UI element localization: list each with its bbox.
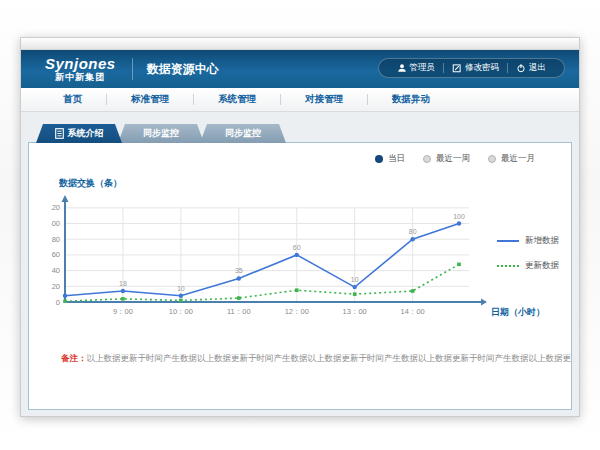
nav-item-interface-mgmt[interactable]: 对接管理 xyxy=(281,93,367,106)
svg-text:60: 60 xyxy=(293,244,301,251)
company-logo: Synjones 新中新集团 xyxy=(45,56,116,82)
chart-legend: 新增数据 更新数据 xyxy=(497,235,559,272)
svg-text:80: 80 xyxy=(52,235,60,244)
svg-text:60: 60 xyxy=(52,250,60,259)
svg-text:11：00: 11：00 xyxy=(227,307,251,316)
current-user[interactable]: 管理员 xyxy=(389,62,444,74)
range-filter-group: 当日 最近一周 最近一月 xyxy=(375,153,535,165)
document-icon xyxy=(55,128,64,139)
svg-text:10: 10 xyxy=(351,276,359,283)
svg-text:日期（小时）: 日期（小时） xyxy=(491,307,545,317)
svg-text:9：00: 9：00 xyxy=(113,307,133,316)
svg-text:12：00: 12：00 xyxy=(285,307,309,316)
svg-text:18: 18 xyxy=(119,280,127,287)
svg-text:10：00: 10：00 xyxy=(169,307,193,316)
user-toolbar: 管理员 修改密码 退出 xyxy=(378,58,566,78)
window-chrome-strip xyxy=(21,38,579,50)
radio-label: 最近一月 xyxy=(501,153,535,165)
footnote-prefix: 备注： xyxy=(61,353,87,363)
legend-line-dotted xyxy=(497,265,519,267)
logout-label: 退出 xyxy=(529,62,546,74)
logo-cn: 新中新集团 xyxy=(55,73,105,82)
svg-text:20: 20 xyxy=(52,282,60,291)
footnote: 备注：以上数据更新于时间产生数据以上数据更新于时间产生数据以上数据更新于时间产生… xyxy=(29,353,571,365)
svg-text:35: 35 xyxy=(235,267,243,274)
radio-label: 当日 xyxy=(388,153,405,165)
chart-panel: 当日 最近一周 最近一月 数据交换（条） 0204060801001209：00… xyxy=(28,142,572,410)
tab-bar: 系统介绍 同步监控 同步监控 xyxy=(36,124,572,143)
svg-text:100: 100 xyxy=(51,219,60,228)
svg-text:120: 120 xyxy=(51,203,60,212)
footnote-text: 以上数据更新于时间产生数据以上数据更新于时间产生数据以上数据更新于时间产生数据以… xyxy=(87,353,572,363)
legend-item-new-data: 新增数据 xyxy=(497,235,559,247)
legend-label: 更新数据 xyxy=(525,260,559,272)
svg-text:40: 40 xyxy=(52,266,60,275)
tab-sync-monitor-1[interactable]: 同步监控 xyxy=(118,124,204,143)
nav-item-system-mgmt[interactable]: 系统管理 xyxy=(194,93,280,106)
change-password-button[interactable]: 修改密码 xyxy=(444,62,507,74)
app-window: Synjones 新中新集团 数据资源中心 管理员 修改密码 退出 首页 标准管… xyxy=(20,37,580,417)
svg-text:100: 100 xyxy=(453,213,465,220)
nav-item-home[interactable]: 首页 xyxy=(39,93,106,106)
radio-last-month[interactable]: 最近一月 xyxy=(488,153,535,165)
svg-text:0: 0 xyxy=(56,298,60,307)
legend-item-updated-data: 更新数据 xyxy=(497,260,559,272)
svg-text:80: 80 xyxy=(409,228,417,235)
legend-label: 新增数据 xyxy=(525,235,559,247)
tab-label: 同步监控 xyxy=(143,127,179,140)
tab-system-intro[interactable]: 系统介绍 xyxy=(36,124,122,143)
line-chart: 0204060801001209：0010：0011：0012：0013：001… xyxy=(51,194,556,330)
tab-label: 同步监控 xyxy=(225,127,261,140)
radio-unselected-icon xyxy=(423,155,431,163)
svg-text:13：00: 13：00 xyxy=(343,307,367,316)
logo-en: Synjones xyxy=(45,56,116,71)
tab-label: 系统介绍 xyxy=(68,127,104,140)
user-icon xyxy=(397,63,407,73)
svg-text:10: 10 xyxy=(177,285,185,292)
radio-today[interactable]: 当日 xyxy=(375,153,405,165)
nav-item-data-change[interactable]: 数据异动 xyxy=(368,93,454,106)
tab-sync-monitor-2[interactable]: 同步监控 xyxy=(200,124,286,143)
power-icon xyxy=(516,63,526,73)
radio-last-week[interactable]: 最近一周 xyxy=(423,153,470,165)
nav-item-standard-mgmt[interactable]: 标准管理 xyxy=(107,93,193,106)
y-axis-title: 数据交换（条） xyxy=(59,177,571,190)
user-label: 管理员 xyxy=(410,62,436,74)
legend-line-solid xyxy=(497,240,519,242)
radio-label: 最近一周 xyxy=(436,153,470,165)
logout-button[interactable]: 退出 xyxy=(508,62,554,74)
radio-selected-icon xyxy=(375,155,383,163)
edit-icon xyxy=(452,63,462,73)
main-nav: 首页 标准管理 系统管理 对接管理 数据异动 xyxy=(21,88,579,112)
radio-unselected-icon xyxy=(488,155,496,163)
app-title: 数据资源中心 xyxy=(132,58,219,80)
change-password-label: 修改密码 xyxy=(465,62,499,74)
svg-text:14：00: 14：00 xyxy=(401,307,425,316)
content-area: 系统介绍 同步监控 同步监控 当日 最近一周 xyxy=(21,112,579,416)
app-header: Synjones 新中新集团 数据资源中心 管理员 修改密码 退出 xyxy=(21,50,579,88)
